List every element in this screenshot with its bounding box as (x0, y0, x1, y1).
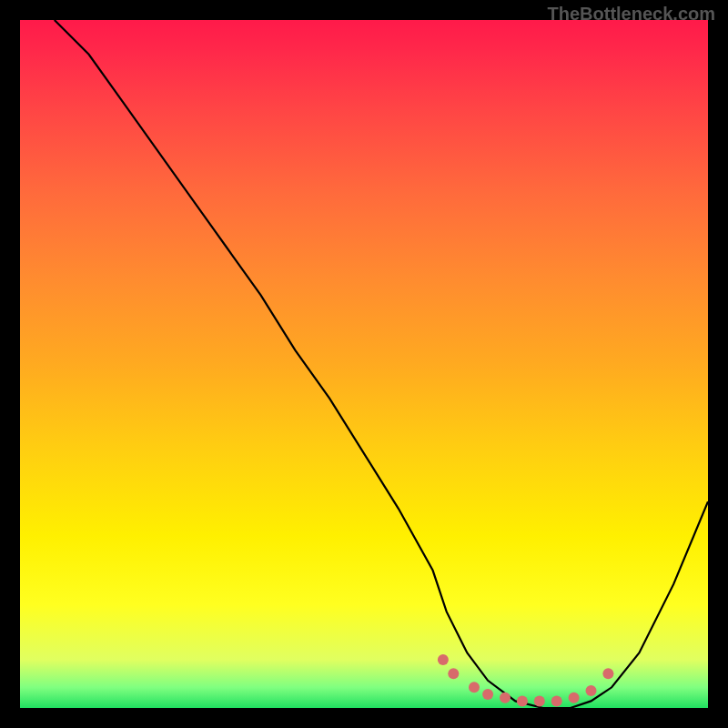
highlight-dot (500, 693, 511, 703)
highlight-dot (517, 695, 528, 706)
highlight-dot (602, 668, 613, 679)
chart-plot-area (20, 20, 708, 708)
highlight-dot (551, 695, 562, 706)
highlight-dot (534, 695, 545, 706)
highlight-dot (569, 693, 580, 703)
highlight-dot (438, 654, 449, 665)
watermark-text: TheBottleneck.com (548, 4, 715, 25)
highlight-dot (469, 682, 480, 693)
bottleneck-curve-line (55, 20, 708, 708)
highlight-dot (482, 689, 493, 700)
highlight-dot (448, 668, 459, 679)
highlight-markers (438, 654, 614, 706)
highlight-dot (586, 685, 597, 696)
chart-svg (20, 20, 708, 708)
